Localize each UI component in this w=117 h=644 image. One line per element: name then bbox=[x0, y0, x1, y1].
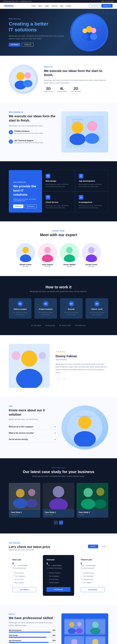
svg-point-4 bbox=[91, 28, 96, 33]
main-nav: Home About Pages Services Blog Contact bbox=[31, 5, 71, 7]
phone-link[interactable]: +880 123 456 7890 bbox=[101, 0, 114, 2]
plan-1-subtext: For medium businesses bbox=[46, 567, 70, 569]
team-role-1: Designer bbox=[38, 266, 57, 267]
feature-1: 24/7 Technical Support We execute our id… bbox=[9, 140, 56, 147]
case-desc-0: IT Solutions bbox=[11, 514, 38, 516]
cases-grid: Case Study 1 IT Solutions Case Study 2 W… bbox=[9, 483, 108, 518]
address-text: 123 Business Ave, City bbox=[3, 0, 18, 2]
service-2-desc: Blandit eget sem turpis, sed blandit. Am… bbox=[46, 204, 72, 209]
stat-1-num: 4L bbox=[57, 86, 67, 90]
brand-1-name: Bootstrap bbox=[48, 324, 55, 326]
plan-0-feature-1: ✓Free Installation bbox=[12, 574, 36, 578]
step-3-num: 04 bbox=[94, 301, 100, 306]
testimonial-next-button[interactable]: → bbox=[62, 376, 66, 381]
email-link[interactable]: info@itsolve.com bbox=[20, 0, 32, 2]
case-info-1: Case Study 2 Web Design bbox=[43, 509, 74, 518]
discover-button[interactable]: Discover bbox=[13, 204, 23, 208]
team-section: Expert Team Meet with our expert Ranbhi … bbox=[0, 221, 117, 276]
services-description: Blandit eget sem turpis, sed blandit. Am… bbox=[13, 198, 38, 202]
svg-point-49 bbox=[26, 499, 38, 508]
team-role-2: Manager bbox=[60, 266, 79, 267]
faq-item-1[interactable]: What is the services security? + bbox=[9, 430, 56, 436]
pricing-header: Our Pricing Let's check our latest price… bbox=[9, 542, 108, 550]
svg-point-22 bbox=[81, 177, 81, 177]
service-0-desc: Blandit eget sem turpis, sed blandit. Am… bbox=[46, 183, 72, 188]
feature-1-desc: We execute our ideas form the start to f… bbox=[14, 142, 43, 144]
service-card-0: Web design Blandit eget sem turpis, sed … bbox=[42, 170, 75, 191]
feature-1-title: 24/7 Technical Support bbox=[14, 140, 43, 142]
cases-prev-button[interactable]: ← bbox=[54, 520, 58, 525]
plan-2-button[interactable]: Get Started bbox=[81, 587, 105, 592]
skill-2-fill bbox=[9, 642, 49, 643]
plan-2-name: Titanium plan bbox=[81, 559, 105, 561]
svg-point-48 bbox=[28, 489, 35, 496]
professional-description: Blandit eget sem turpis, sed blandit. Am… bbox=[9, 622, 56, 626]
services-grid: Our Services We provide the best IT solu… bbox=[9, 170, 108, 212]
stat-2: 2G Team Members bbox=[71, 86, 81, 92]
plan-1-button[interactable]: Get Started bbox=[46, 587, 70, 592]
yearly-toggle[interactable]: Yearly bbox=[99, 544, 108, 548]
team-title: Meet with our expert bbox=[9, 233, 108, 237]
services-section: Our Services We provide the best IT solu… bbox=[0, 161, 117, 221]
monthly-toggle[interactable]: Monthly bbox=[88, 544, 98, 548]
svg-point-42 bbox=[78, 416, 91, 429]
professional-right bbox=[61, 613, 108, 644]
it-management-icon bbox=[79, 195, 83, 200]
app-dev-icon bbox=[79, 174, 83, 178]
svg-point-31 bbox=[66, 247, 73, 253]
step-1-desc: We execute our ideas form the start. bbox=[37, 311, 54, 316]
get-started-button[interactable]: Get Started bbox=[9, 43, 20, 46]
nav-about[interactable]: About bbox=[38, 5, 42, 7]
step-1: 02 Project Analysis We execute our ideas… bbox=[34, 298, 57, 319]
faq-question-0: What we do in this company? + bbox=[9, 426, 56, 428]
skill-2: App Development 85% bbox=[9, 640, 56, 643]
cases-next-button[interactable]: → bbox=[59, 520, 63, 525]
nav-home[interactable]: Home bbox=[31, 5, 36, 7]
svg-point-57 bbox=[94, 500, 106, 509]
price-card-1: Gold plan $59 / month billed For medium … bbox=[43, 555, 74, 596]
services-label: Our Services bbox=[13, 182, 38, 183]
brand-2-name: Atomic SEO bbox=[62, 324, 71, 326]
plan-1-amount: 59 bbox=[48, 564, 50, 566]
skill-0-track bbox=[9, 632, 56, 632]
why-label: Why Choose Us bbox=[9, 112, 56, 113]
hero-title-line2: IT solutions bbox=[9, 27, 37, 32]
faq-item-0[interactable]: What we do in this company? + bbox=[9, 424, 56, 430]
web-design-icon bbox=[46, 174, 50, 178]
brand-3: GetBooost bbox=[75, 324, 86, 326]
svg-point-23 bbox=[81, 197, 82, 198]
faq-item-2[interactable]: Get all service security + bbox=[9, 436, 56, 442]
professional-title: We have professional skilled bbox=[9, 616, 56, 620]
case-card-1: Case Study 2 Web Design bbox=[43, 483, 74, 518]
plan-0-price: $12 / month billed bbox=[12, 562, 36, 567]
service-3-title: It management bbox=[79, 201, 105, 203]
get-quote-button[interactable]: Get Quote bbox=[89, 4, 100, 8]
pricing-toggle: Monthly Yearly bbox=[88, 544, 108, 548]
hero-contact-button[interactable]: Contact Us bbox=[22, 43, 33, 46]
plan-0-button[interactable]: Get Started bbox=[12, 587, 36, 592]
nav-services[interactable]: Services bbox=[51, 5, 58, 7]
case-title-1: Case Study 2 bbox=[45, 511, 72, 514]
all-services-button[interactable]: All Services bbox=[24, 204, 37, 208]
nav-contact[interactable]: Contact bbox=[66, 5, 71, 7]
team-photo-2 bbox=[60, 243, 79, 262]
services-hero-buttons: Discover All Services bbox=[13, 204, 38, 208]
service-card-3: It management Blandit eget sem turpis, s… bbox=[75, 191, 108, 212]
why-title: We execute our ideas form the start to f… bbox=[9, 114, 56, 122]
stat-0: 2G Happy Clients bbox=[44, 86, 53, 92]
faq-description: Blandit eget sem turpis, sed blandit lor… bbox=[9, 418, 56, 421]
price-card-2: Titanium plan $59 / month billed For lar… bbox=[77, 555, 108, 596]
case-image-1 bbox=[43, 483, 74, 509]
feature-1-icon bbox=[9, 140, 13, 144]
contact-us-button[interactable]: Contact Us bbox=[101, 4, 113, 8]
case-title-0: Case Study 1 bbox=[11, 511, 38, 514]
nav-pages[interactable]: Pages bbox=[45, 5, 49, 7]
pricing-title-area: Our Pricing Let's check our latest price… bbox=[9, 542, 50, 550]
hero-buttons: Get Started Contact Us bbox=[9, 43, 64, 46]
faq-question-0-text: What we do in this company? bbox=[9, 426, 33, 428]
team-name-0: Ranbhi Kumar bbox=[16, 264, 35, 266]
testimonial-prev-button[interactable]: ← bbox=[56, 376, 60, 381]
nav-blog[interactable]: Blog bbox=[60, 5, 63, 7]
brand-1: Bootstrap bbox=[45, 324, 55, 326]
plan-2-feature-2: ✓Unlimited Users bbox=[81, 578, 105, 581]
